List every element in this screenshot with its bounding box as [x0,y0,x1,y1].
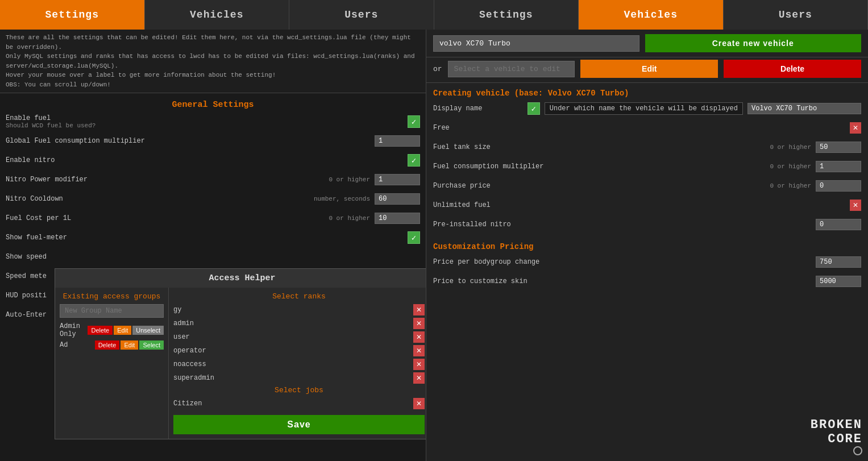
job-citizen: Citizen ✕ [173,398,425,409]
rank-noaccess: noaccess ✕ [173,359,425,370]
tab-users-2[interactable]: Users [724,0,869,30]
setting-fuel-cost: Fuel Cost per 1L 0 or higher [6,211,420,226]
or-text: or [433,65,442,73]
setting-nitro-power: Nitro Power modifier 0 or higher [6,172,420,187]
btn-select-ad[interactable]: Select [139,340,164,350]
setting-fuel-multiplier: Global Fuel consumption multiplier [6,134,420,148]
setting-unlimited-fuel: Unlimited fuel ✕ [433,198,861,213]
input-display-name[interactable] [747,103,861,114]
tab-settings-1[interactable]: Settings [0,0,145,30]
setting-price-skin: Price to customize skin [433,274,861,289]
access-helper-save-button[interactable]: Save [173,415,425,434]
btn-remove-rank-superadmin[interactable]: ✕ [413,372,425,384]
btn-remove-rank-operator[interactable]: ✕ [413,345,425,356]
input-preinstalled-nitro[interactable] [816,219,861,230]
input-fuel-multiplier[interactable] [375,135,420,147]
setting-price-bodygroup: Price per bodygroup change [433,255,861,269]
btn-remove-rank-admin[interactable]: ✕ [413,318,425,329]
rank-admin: admin ✕ [173,318,425,329]
btn-remove-rank-gy[interactable]: ✕ [413,304,425,315]
input-fuel-consumption[interactable] [816,161,861,172]
setting-nitro-cooldown: Nitro Cooldown number, seconds [6,192,420,206]
btn-edit-admin-only[interactable]: Edit [114,326,131,335]
tab-vehicles-1[interactable]: Vehicles [145,0,290,30]
btn-delete-admin-only[interactable]: Delete [88,326,113,335]
input-fuel-tank-size[interactable] [816,142,861,153]
info-text: These are all the settings that can be e… [0,30,426,93]
general-settings-title: General Settings [0,93,426,114]
setting-preinstalled-nitro: Pre-installed nitro [433,217,861,232]
setting-fuel-tank: Fuel tank size 0 or higher [433,140,861,155]
circle-icon [853,446,862,455]
btn-free-x[interactable]: ✕ [850,122,861,134]
group-item-ad: Ad Delete Edit Select [60,340,164,350]
setting-fuel-consumption: Fuel consumption multiplier 0 or higher [433,159,861,174]
access-helper: Access Helper Existing access groups Adm… [55,268,426,439]
checkbox-enable-fuel[interactable] [408,115,420,128]
creating-vehicle-section: Creating vehicle (base: Volvo XC70 Turbo… [426,83,868,232]
setting-display-name: Display name Under which name the vehicl… [433,101,861,116]
rank-gy: gy ✕ [173,304,425,315]
btn-remove-rank-noaccess[interactable]: ✕ [413,359,425,370]
rank-superadmin: superadmin ✕ [173,372,425,384]
main-container: These are all the settings that can be e… [0,30,868,461]
customization-section: Customization Pricing Price per bodygrou… [426,236,868,289]
btn-delete-ad[interactable]: Delete [95,340,120,350]
edit-vehicle-button[interactable]: Edit [580,60,718,78]
access-helper-title: Access Helper [55,269,426,288]
tab-settings-2[interactable]: Settings [434,0,579,30]
input-price-bodygroup[interactable] [816,256,861,268]
setting-free: Free ✕ [433,121,861,135]
input-nitro-cooldown[interactable] [375,193,420,205]
setting-purchase-price: Purchase price 0 or higher [433,178,861,193]
btn-remove-job-citizen[interactable]: ✕ [413,398,425,409]
tab-users-1[interactable]: Users [289,0,434,30]
right-panel: Create new vehicle or Edit Delete Creati… [426,30,868,461]
setting-enable-fuel: Enable fuel Should WCD fuel be used? [6,114,420,129]
select-ranks-title: Select ranks [173,292,425,301]
tooltip-display-name: Under which name the vehicle will be dis… [545,102,743,115]
checkbox-enable-nitro[interactable] [408,154,420,167]
brokencore-logo: BROKEN CORE [811,418,862,455]
setting-enable-nitro: Enable nitro [6,153,420,168]
input-fuel-cost[interactable] [375,213,420,224]
rank-user: user ✕ [173,331,425,343]
input-price-skin[interactable] [816,276,861,287]
setting-show-fuelmeter: Show fuel-meter [6,230,420,245]
top-navigation: Settings Vehicles Users Settings Vehicle… [0,0,868,30]
btn-unlimited-fuel-x[interactable]: ✕ [850,200,861,211]
tab-vehicles-2[interactable]: Vehicles [579,0,724,30]
delete-vehicle-button[interactable]: Delete [724,60,861,78]
rank-operator: operator ✕ [173,345,425,356]
left-panel: These are all the settings that can be e… [0,30,426,461]
select-vehicle-input[interactable] [448,61,575,77]
vehicle-name-input[interactable] [433,35,639,52]
checkbox-display-name[interactable] [528,102,540,115]
setting-show-speed: Show speed [6,250,420,264]
input-nitro-power[interactable] [375,174,420,185]
input-purchase-price[interactable] [816,180,861,192]
select-jobs-title: Select jobs [173,386,425,394]
new-group-name-input[interactable] [60,304,164,318]
creating-vehicle-title: Creating vehicle (base: Volvo XC70 Turbo… [433,83,861,101]
existing-groups-title: Existing access groups [60,292,164,301]
group-item-admin-only: Admin Only Delete Edit Unselect [60,322,164,338]
btn-unselect-admin-only[interactable]: Unselect [132,326,164,335]
create-vehicle-button[interactable]: Create new vehicle [645,34,862,52]
checkbox-show-fuelmeter[interactable] [408,231,420,244]
btn-edit-ad[interactable]: Edit [121,340,138,350]
btn-remove-rank-user[interactable]: ✕ [413,331,425,343]
customization-title: Customization Pricing [433,236,861,255]
